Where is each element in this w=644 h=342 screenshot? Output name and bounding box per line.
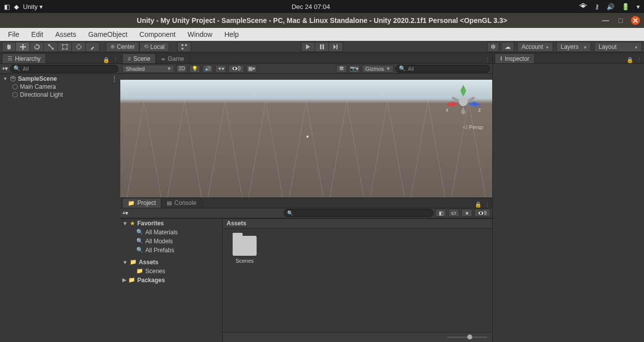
scene-panel-menu-icon[interactable]: ⋮ [485,57,490,63]
cloud-button[interactable]: ☁ [502,42,514,52]
scale-tool-button[interactable] [44,42,58,52]
project-breadcrumb[interactable]: Assets [223,219,492,229]
hierarchy-tab[interactable]: ☰Hierarchy [2,53,46,63]
svg-point-5 [62,48,63,50]
scene-root[interactable]: ▼ SampleScene ⋮ [0,75,120,83]
menu-window[interactable]: Window [182,29,219,40]
fav-all-models[interactable]: 🔍All Models [120,237,222,246]
battery-icon[interactable]: 🔋 [622,3,630,10]
menu-edit[interactable]: Edit [25,29,49,40]
window-title: Unity - My Unity Project - SampleScene -… [137,16,507,24]
unity-hub-icon[interactable] [579,3,588,10]
save-search-button[interactable]: ★ [461,209,472,217]
panel-lock-icon[interactable]: 🔒 [103,57,110,63]
draw-mode-dropdown[interactable]: Shaded▾ [122,65,174,73]
app-indicator[interactable]: Unity ▾ [23,3,43,10]
menu-component[interactable]: Component [133,29,181,40]
scene-grid [120,101,492,197]
project-tree: ▼★Favorites 🔍All Materials 🔍All Models 🔍… [120,219,223,342]
pause-button[interactable] [315,42,329,52]
activities-icon[interactable]: ◧ [4,3,10,10]
account-dropdown[interactable]: Account [517,42,553,52]
console-tab[interactable]: ▤Console [161,198,202,208]
play-button[interactable] [301,42,315,52]
filter-by-label-button[interactable]: 🏷 [448,209,459,217]
hierarchy-search[interactable]: 🔍All [10,65,118,73]
pivot-space-button[interactable]: ⟲Local [139,42,169,52]
inspector-panel-menu-icon[interactable]: ⋮ [637,57,642,63]
scene-camera-button[interactable]: 📷▾ [349,65,360,73]
transform-tools [2,42,100,52]
svg-rect-13 [336,44,337,49]
window-minimize-button[interactable]: — [601,16,610,25]
assets-scenes-folder[interactable]: 📁Scenes [120,267,222,276]
svg-rect-8 [181,44,183,46]
snap-button[interactable] [177,42,191,52]
main-toolbar: ⊕Center ⟲Local ❇ ☁ Account Layers Layout [0,41,644,53]
hierarchy-item-light[interactable]: Directional Light [0,91,120,99]
svg-text:z: z [478,107,481,113]
assets-folder[interactable]: ▼📁Assets [120,258,222,267]
move-tool-button[interactable] [16,42,30,52]
mode-2d-button[interactable]: 2D [176,65,187,73]
step-button[interactable] [329,42,343,52]
layout-dropdown[interactable]: Layout [594,42,642,52]
asset-grid: Scenes [223,229,492,333]
asset-folder-scenes[interactable]: Scenes [230,236,260,264]
inspector-lock-icon[interactable]: 🔒 [627,57,634,63]
create-dropdown[interactable]: +▾ [2,65,8,72]
grid-size-slider[interactable] [447,337,487,338]
scene-grid-button[interactable]: ▦▾ [246,65,257,73]
hand-tool-button[interactable] [2,42,16,52]
window-close-button[interactable]: ✕ [631,16,640,25]
svg-rect-2 [62,44,67,49]
scene-search[interactable]: 🔍All [395,65,490,73]
menu-assets[interactable]: Assets [49,29,82,40]
project-create-dropdown[interactable]: +▾ [122,210,128,216]
scene-audio-button[interactable]: 🔊 [202,65,213,73]
project-tab[interactable]: 📁Project [122,198,161,208]
menu-gameobject[interactable]: GameObject [82,29,134,40]
network-icon[interactable]: ⚷ [595,3,600,10]
collab-button[interactable]: ❇ [487,42,499,52]
panel-menu-icon[interactable]: ⋮ [113,57,118,63]
scene-lighting-button[interactable]: 💡 [189,65,200,73]
hidden-packages-button[interactable]: 👁‍🗨9 [474,209,490,217]
transform-tool-button[interactable] [72,42,86,52]
rotate-tool-button[interactable] [30,42,44,52]
fav-all-materials[interactable]: 🔍All Materials [120,228,222,237]
game-tab[interactable]: ∞Game [156,53,190,63]
hierarchy-tree: ▼ SampleScene ⋮ Main Camera Directional … [0,74,120,342]
scene-tab[interactable]: #Scene [122,53,156,63]
scene-hidden-button[interactable]: 👁‍🗨0 [228,65,244,73]
menu-help[interactable]: Help [218,29,245,40]
scene-toolbar: Shaded▾ 2D 💡 🔊 ✦▾ 👁‍🗨0 ▦▾ 🛠 📷▾ Gizmos▾ 🔍… [120,64,492,74]
packages-folder[interactable]: ▶📁Packages [120,276,222,285]
hierarchy-item-camera[interactable]: Main Camera [0,83,120,91]
system-menu-caret-icon[interactable]: ▾ [637,3,640,10]
scene-viewport[interactable]: x z ◁Persp [120,74,492,197]
svg-text:x: x [446,107,448,113]
volume-icon[interactable]: 🔊 [607,3,615,10]
unity-logo-icon[interactable]: ◆ [14,3,19,10]
scene-tools-button[interactable]: 🛠 [336,65,347,73]
window-maximize-button[interactable]: □ [616,16,625,25]
layers-dropdown[interactable]: Layers [556,42,591,52]
pivot-mode-button[interactable]: ⊕Center [106,42,139,52]
scene-fx-button[interactable]: ✦▾ [215,65,226,73]
filter-by-type-button[interactable]: ◧ [435,209,446,217]
project-panel-menu-icon[interactable]: ⋮ [485,201,490,208]
orientation-gizmo[interactable]: x z [443,82,483,122]
project-search[interactable]: 🔍 [284,209,433,217]
favorites-header[interactable]: ▼★Favorites [120,219,222,228]
system-clock[interactable]: Dec 24 07:04 [43,3,579,10]
custom-tools-button[interactable] [86,42,100,52]
gizmos-dropdown[interactable]: Gizmos▾ [362,65,393,73]
projection-label[interactable]: ◁Persp [463,124,483,130]
project-lock-icon[interactable]: 🔒 [475,201,482,208]
rect-tool-button[interactable] [58,42,72,52]
fav-all-prefabs[interactable]: 🔍All Prefabs [120,246,222,255]
svg-rect-12 [322,44,324,49]
inspector-tab[interactable]: ℹInspector [495,53,535,63]
menu-file[interactable]: File [2,29,25,40]
